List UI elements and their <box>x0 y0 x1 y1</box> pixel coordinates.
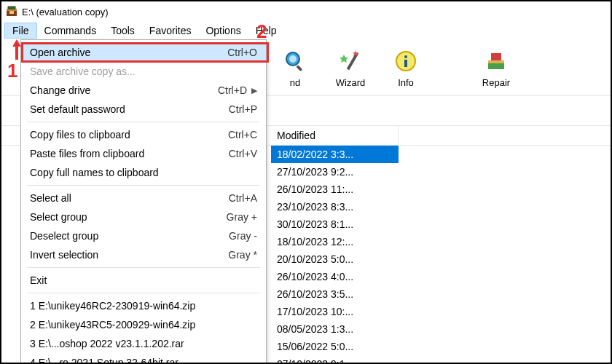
menu-options[interactable]: Options <box>198 23 248 38</box>
menu-item-shortcut: Gray * <box>228 249 257 261</box>
menu-item-label: Change drive <box>30 84 203 96</box>
menu-item[interactable]: Exit <box>21 271 266 290</box>
menu-item-label: 1 E:\unikey46RC2-230919-win64.zip <box>30 300 257 312</box>
menu-item-label: Paste files from clipboard <box>30 148 214 159</box>
menu-item-label: Invert selection <box>30 249 213 261</box>
menu-item: Save archive copy as... <box>21 62 266 81</box>
svg-rect-16 <box>491 53 501 60</box>
menu-item-label: Deselect group <box>30 230 214 242</box>
info-icon <box>391 47 420 76</box>
cell-modified: 30/10/2023 8:1... <box>271 215 399 233</box>
svg-rect-13 <box>404 60 407 67</box>
menu-file[interactable]: File <box>4 23 37 39</box>
menu-item[interactable]: Set default passwordCtrl+P <box>21 100 266 119</box>
svg-marker-9 <box>340 55 348 63</box>
menu-item-label: 3 E:\...oshop 2022 v23.1.1.202.rar <box>30 338 257 349</box>
menu-item[interactable]: Invert selectionGray * <box>21 245 266 264</box>
toolbar-find-label: nd <box>290 77 300 88</box>
svg-point-6 <box>289 55 297 63</box>
find-icon <box>280 47 310 76</box>
menu-tools[interactable]: Tools <box>103 23 142 38</box>
menu-item-shortcut: Ctrl+C <box>228 129 257 141</box>
menu-item-label: Set default password <box>30 103 214 115</box>
toolbar-wizard-label: Wizard <box>336 77 365 88</box>
menu-item-shortcut: Ctrl+V <box>229 148 257 159</box>
toolbar-info[interactable]: Info <box>385 47 427 88</box>
menu-item[interactable]: Select allCtrl+A <box>21 189 266 207</box>
menu-item-shortcut: Ctrl+P <box>229 103 257 115</box>
cell-modified: 26/10/2023 4:0... <box>271 268 399 285</box>
toolbar-repair-label: Repair <box>482 77 510 88</box>
menu-item-shortcut: Ctrl+D <box>218 84 247 96</box>
column-modified[interactable]: Modified <box>271 126 399 145</box>
toolbar-wizard[interactable]: Wizard <box>329 47 372 88</box>
menu-item-shortcut: Gray + <box>227 211 257 223</box>
menu-item-label: 4 E:\...ro 2021 Setup 32-64bit.rar <box>30 357 257 364</box>
menu-help[interactable]: Help <box>248 23 284 38</box>
menu-favorites[interactable]: Favorites <box>142 23 199 38</box>
app-window: E:\ (evaluation copy) File Commands Tool… <box>0 0 612 364</box>
cell-modified: 27/10/2023 9:1... <box>271 355 399 363</box>
menu-separator <box>27 267 260 268</box>
app-icon <box>6 6 17 17</box>
cell-modified: 20/10/2023 5:0... <box>271 250 399 268</box>
menu-item[interactable]: 2 E:\unikey43RC5-200929-win64.zip <box>21 315 266 334</box>
titlebar: E:\ (evaluation copy) <box>1 1 611 22</box>
menu-item[interactable]: 3 E:\...oshop 2022 v23.1.1.202.rar <box>21 334 266 353</box>
menu-separator <box>27 293 260 293</box>
menubar: File Commands Tools Favorites Options He… <box>1 22 611 39</box>
menu-item[interactable]: Open archiveCtrl+O <box>21 43 266 62</box>
menu-item-label: Select group <box>30 211 212 223</box>
menu-item-label: Copy files to clipboard <box>30 129 213 141</box>
submenu-arrow-icon: ▶ <box>251 86 257 95</box>
menu-commands[interactable]: Commands <box>37 23 104 38</box>
menu-separator <box>27 185 260 186</box>
wizard-icon <box>336 47 365 76</box>
menu-item[interactable]: 4 E:\...ro 2021 Setup 32-64bit.rar <box>21 353 266 364</box>
menu-item[interactable]: Change driveCtrl+D▶ <box>21 81 266 100</box>
svg-point-12 <box>404 55 407 58</box>
menu-item[interactable]: Select groupGray + <box>21 207 266 226</box>
svg-rect-7 <box>296 65 302 71</box>
menu-item-label: 2 E:\unikey43RC5-200929-win64.zip <box>30 319 257 331</box>
menu-item-label: Save archive copy as... <box>30 66 257 77</box>
file-dropdown: Open archiveCtrl+OSave archive copy as..… <box>20 39 267 364</box>
cell-modified: 27/10/2023 9:2... <box>271 163 399 181</box>
menu-item-label: Select all <box>30 192 214 204</box>
menu-item-shortcut: Ctrl+A <box>229 192 257 204</box>
cell-modified: 18/10/2023 12:... <box>271 233 399 250</box>
menu-item[interactable]: Deselect groupGray - <box>21 226 266 245</box>
svg-rect-15 <box>488 60 504 63</box>
cell-modified: 17/10/2023 10:... <box>271 303 399 320</box>
svg-rect-4 <box>9 11 14 14</box>
cell-modified: 26/10/2023 11:... <box>271 181 399 198</box>
menu-item-shortcut: Gray - <box>229 230 257 242</box>
menu-item[interactable]: Copy files to clipboardCtrl+C <box>21 125 266 144</box>
cell-modified: 23/10/2023 8:3... <box>271 198 399 215</box>
menu-item[interactable]: Copy full names to clipboard <box>21 163 266 182</box>
menu-item-label: Open archive <box>30 47 213 58</box>
menu-item-shortcut: Ctrl+O <box>227 47 257 58</box>
menu-item-label: Copy full names to clipboard <box>30 167 257 178</box>
cell-modified: 26/10/2023 3:5... <box>271 285 399 303</box>
repair-icon <box>482 47 511 76</box>
cell-modified: 18/02/2022 3:3... <box>271 146 399 163</box>
toolbar-repair[interactable]: Repair <box>475 47 517 88</box>
menu-item[interactable]: 1 E:\unikey46RC2-230919-win64.zip <box>21 296 266 315</box>
toolbar-info-label: Info <box>398 77 414 88</box>
menu-item-label: Exit <box>30 274 257 286</box>
cell-modified: 15/06/2022 5:0... <box>271 338 399 355</box>
toolbar-find[interactable]: nd <box>274 47 316 88</box>
cell-modified: 08/05/2023 1:3... <box>271 320 399 338</box>
window-title: E:\ (evaluation copy) <box>22 7 109 17</box>
menu-item[interactable]: Paste files from clipboardCtrl+V <box>21 144 266 163</box>
menu-separator <box>27 122 260 122</box>
